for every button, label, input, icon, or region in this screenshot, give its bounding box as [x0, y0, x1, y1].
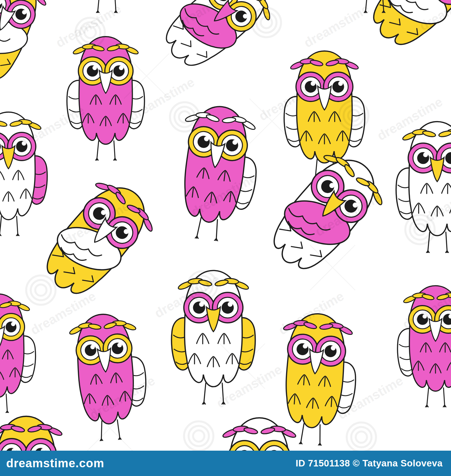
owl-white-flying-top	[132, 0, 295, 100]
owl-body	[0, 112, 35, 220]
owl-pink-top-left	[63, 28, 148, 161]
owl-body	[409, 122, 451, 236]
watermark-spiral-icon	[184, 421, 213, 451]
owl-legs	[93, 0, 120, 13]
owl-pink-center	[161, 92, 269, 245]
dreamstime-logo: dreamstime.com	[6, 457, 104, 470]
owl-legs	[361, 0, 388, 13]
owl-white-bottom-center	[168, 261, 259, 404]
owl-white-left-edge	[0, 104, 51, 236]
owl-pink-left-edge	[0, 286, 39, 413]
owl-body	[409, 286, 451, 391]
watermark-bar: dreamstime.com ID 71501138 © Tatyana Sol…	[0, 451, 451, 476]
owl-pink-feet-top	[64, 0, 149, 13]
owl-yellow-flying-top-left	[0, 0, 64, 108]
owl-yellow-feet-top	[332, 0, 417, 13]
owl-body	[0, 294, 24, 397]
owl-pink-right-edge	[394, 277, 451, 407]
image-credit: ID 71501138 © Tatyana Soloveva	[296, 458, 443, 469]
owl-white-right-edge	[392, 113, 451, 253]
pattern-stage: dreamstimedreamstimedreamstimedreamstime…	[0, 0, 451, 476]
